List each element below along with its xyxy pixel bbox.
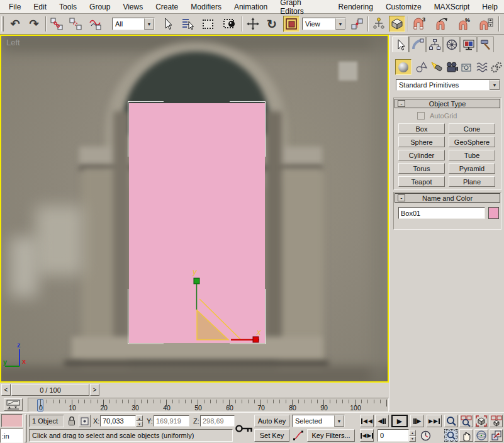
scale-gizmo[interactable]: y x — [159, 266, 266, 344]
category-systems-icon[interactable] — [488, 60, 504, 75]
select-and-manipulate-icon[interactable] — [371, 16, 386, 31]
dropdown-arrow-icon[interactable]: ▼ — [144, 18, 154, 30]
collapse-icon[interactable]: - — [398, 194, 405, 201]
tab-create[interactable] — [392, 36, 409, 52]
track-bar-ruler[interactable]: 0 10 20 30 40 50 60 70 80 90 100 — [28, 398, 389, 412]
min-max-toggle-icon[interactable] — [490, 429, 503, 442]
object-type-tube-button[interactable]: Tube — [449, 150, 495, 160]
menu-item-maxscript[interactable]: MAXScript — [428, 3, 476, 11]
select-and-move-icon[interactable] — [245, 16, 260, 31]
gizmo-y-handle[interactable] — [194, 278, 199, 284]
dropdown-arrow-icon[interactable]: ▼ — [334, 415, 344, 427]
maxscript-macro-recorder-pane[interactable] — [1, 414, 23, 427]
menu-item-modifiers[interactable]: Modifiers — [184, 3, 228, 11]
maxscript-mini-listener[interactable]: :in — [0, 429, 23, 443]
default-in-out-tangents-icon[interactable] — [292, 429, 305, 442]
spinner-snap-toggle-icon[interactable] — [478, 16, 493, 31]
x-coordinate-input[interactable] — [103, 417, 133, 425]
category-space-warps-icon[interactable] — [474, 60, 490, 75]
bind-to-space-warp-icon[interactable] — [88, 16, 103, 31]
zoom-icon[interactable] — [444, 415, 458, 427]
object-type-geosphere-button[interactable]: GeoSphere — [449, 137, 495, 147]
time-slider-next-button[interactable]: > — [90, 384, 99, 396]
time-slider-prev-button[interactable]: < — [1, 384, 11, 396]
spinner-up-icon[interactable]: ▲ — [136, 415, 143, 421]
object-type-plane-button[interactable]: Plane — [449, 176, 495, 187]
arc-rotate-icon[interactable] — [474, 429, 488, 442]
menu-item-file[interactable]: File — [3, 3, 27, 11]
zoom-all-icon[interactable] — [459, 415, 473, 427]
object-type-sphere-button[interactable]: Sphere — [398, 137, 445, 147]
reference-coordinate-system-dropdown[interactable]: View ▼ — [302, 18, 346, 30]
undo-icon[interactable]: ↶ — [8, 16, 23, 31]
object-type-cylinder-button[interactable]: Cylinder — [398, 150, 445, 160]
tab-utilities[interactable] — [477, 36, 494, 52]
play-animation-button[interactable]: ▶ — [391, 415, 408, 427]
selection-filter-dropdown[interactable]: All ▼ — [112, 18, 155, 30]
unlink-selection-icon[interactable] — [68, 16, 83, 31]
angle-snap-toggle-icon[interactable] — [434, 16, 449, 31]
menu-item-tools[interactable]: Tools — [53, 3, 83, 11]
snap-toggle-3d-icon[interactable]: 3 — [412, 16, 427, 31]
percent-snap-toggle-icon[interactable]: % — [457, 16, 472, 31]
menu-item-graph-editors[interactable]: Graph Editors — [274, 0, 332, 16]
object-type-cone-button[interactable]: Cone — [449, 123, 495, 134]
menu-item-create[interactable]: Create — [149, 3, 184, 11]
spinner-down-icon[interactable]: ▼ — [409, 436, 416, 442]
category-geometry-icon[interactable] — [395, 59, 412, 75]
set-key-button[interactable]: Set Key — [254, 429, 289, 442]
object-type-teapot-button[interactable]: Teapot — [398, 176, 445, 187]
primitives-category-dropdown[interactable]: Standard Primitives ▼ — [396, 79, 500, 91]
region-zoom-icon[interactable] — [444, 429, 458, 442]
select-and-link-icon[interactable] — [49, 16, 64, 31]
current-frame-input[interactable] — [380, 432, 406, 439]
tab-modify[interactable] — [409, 36, 426, 52]
dropdown-arrow-icon[interactable]: ▼ — [335, 18, 345, 30]
object-type-rollout-header[interactable]: - Object Type — [395, 99, 500, 108]
zoom-extents-all-icon[interactable] — [490, 415, 503, 427]
go-to-start-button[interactable]: ◀◀ — [360, 415, 374, 427]
menu-item-help[interactable]: Help — [476, 3, 504, 11]
frame-spinner[interactable]: ▲ ▼ — [409, 430, 416, 442]
select-and-scale-icon[interactable] — [283, 16, 300, 32]
key-filters-button[interactable]: Key Filters... — [307, 429, 355, 442]
name-color-rollout-header[interactable]: - Name and Color — [395, 193, 500, 203]
category-lights-icon[interactable] — [428, 60, 444, 75]
category-cameras-icon[interactable] — [444, 60, 459, 75]
use-pivot-point-center-icon[interactable] — [350, 16, 365, 31]
z-coordinate-input[interactable] — [203, 417, 232, 425]
previous-frame-button[interactable]: ◀ — [375, 415, 389, 427]
absolute-offset-toggle-button[interactable] — [79, 415, 91, 427]
listener-splitter[interactable] — [25, 414, 27, 442]
dropdown-arrow-icon[interactable]: ▼ — [490, 80, 500, 90]
menu-item-group[interactable]: Group — [83, 3, 116, 11]
open-mini-curve-editor-button[interactable] — [4, 398, 23, 411]
set-key-mode-key-icon[interactable] — [234, 414, 254, 442]
time-configuration-icon[interactable] — [419, 429, 432, 442]
y-coordinate-input[interactable] — [156, 417, 187, 425]
tab-motion[interactable] — [443, 36, 460, 52]
object-name-input[interactable] — [401, 210, 483, 217]
rectangular-selection-region-icon[interactable] — [200, 16, 215, 31]
category-shapes-icon[interactable] — [413, 60, 429, 75]
object-type-torus-button[interactable]: Torus — [398, 163, 445, 174]
gizmo-x-handle[interactable] — [253, 337, 259, 342]
spinner-up-icon[interactable]: ▲ — [409, 430, 416, 436]
menu-item-views[interactable]: Views — [116, 3, 149, 11]
selection-set-dropdown[interactable]: Selected ▼ — [292, 415, 345, 427]
collapse-icon[interactable]: - — [398, 100, 405, 107]
select-by-name-icon[interactable] — [180, 16, 195, 31]
viewport-name-label[interactable]: Left — [6, 38, 20, 47]
auto-key-button[interactable]: Auto Key — [254, 415, 289, 427]
snaps-toggle-icon[interactable] — [389, 16, 405, 32]
object-color-swatch[interactable] — [488, 207, 499, 219]
pan-hand-icon[interactable] — [459, 429, 473, 442]
key-mode-toggle-button[interactable]: ◀▶ — [360, 429, 374, 442]
go-to-end-button[interactable]: ▶▶ — [427, 415, 442, 427]
category-helpers-icon[interactable] — [459, 60, 474, 75]
zoom-extents-icon[interactable] — [474, 415, 488, 427]
redo-icon[interactable]: ↷ — [26, 16, 42, 31]
selection-lock-icon[interactable] — [67, 415, 76, 426]
object-type-box-button[interactable]: Box — [398, 123, 445, 134]
menu-item-animation[interactable]: Animation — [228, 3, 274, 11]
